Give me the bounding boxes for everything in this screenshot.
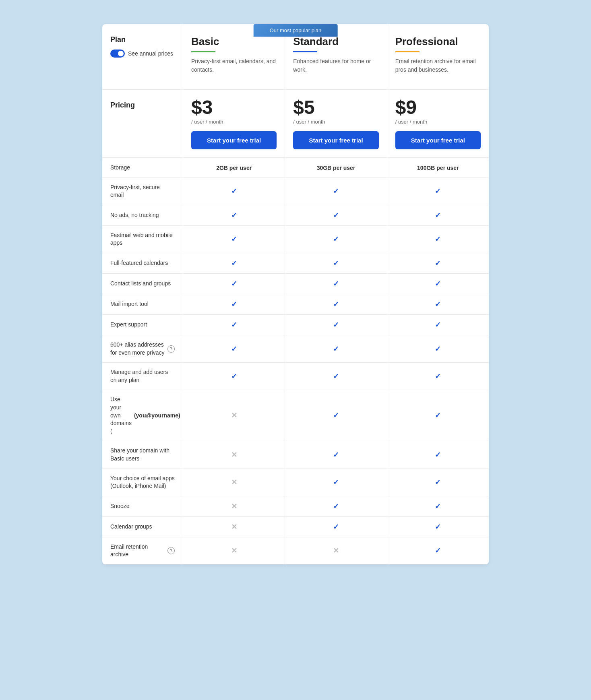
check-icon: ✓ — [435, 522, 441, 531]
feature-value-professional: ✓ — [387, 253, 489, 273]
plan-underline-basic — [191, 51, 215, 52]
price-amount-standard: $5 — [293, 98, 325, 117]
help-icon[interactable]: ? — [167, 547, 175, 554]
feature-name: Contact lists and groups — [102, 273, 183, 294]
check-icon: ✓ — [231, 320, 237, 329]
feature-value-standard: ✓ — [285, 273, 386, 294]
check-icon: ✓ — [333, 522, 339, 531]
storage-text: 2GB per user — [216, 165, 252, 171]
pricing-col-basic: $3 / user / month Start your free trial — [183, 90, 285, 157]
price-period-professional: / user / month — [395, 119, 427, 125]
check-icon: ✓ — [435, 187, 441, 196]
plan-name-standard: Standard — [293, 35, 378, 48]
feature-value-standard: ✓ — [285, 469, 386, 496]
feature-value-professional: ✓ — [387, 335, 489, 362]
plan-desc-basic: Privacy-first email, calendars, and cont… — [191, 57, 277, 81]
price-block-professional: $9 / user / month — [395, 98, 427, 125]
trial-button-standard[interactable]: Start your free trial — [293, 131, 378, 149]
feature-name: Use your own domains ((you@yourname) — [102, 390, 183, 441]
price-period-standard: / user / month — [293, 119, 325, 125]
feature-value-basic: ✓ — [183, 335, 285, 362]
check-icon: ✓ — [231, 279, 237, 288]
plan-underline-standard — [293, 51, 317, 52]
check-icon: ✓ — [333, 187, 339, 196]
plan-underline-professional — [395, 51, 419, 52]
feature-value-professional: 100GB per user — [387, 158, 489, 178]
check-icon: ✓ — [333, 259, 339, 268]
feature-name: Storage — [102, 158, 183, 178]
check-icon: ✓ — [333, 478, 339, 487]
feature-value-standard: ✓ — [285, 516, 386, 537]
feature-name: Privacy-first, secure email — [102, 178, 183, 205]
feature-value-standard: ✓ — [285, 441, 386, 468]
cross-icon: ✕ — [333, 546, 339, 555]
check-icon: ✓ — [333, 450, 339, 459]
annual-toggle[interactable] — [110, 50, 125, 58]
plan-label: Plan — [110, 35, 175, 44]
feature-name: Your choice of email apps (Outlook, iPho… — [102, 469, 183, 496]
feature-value-basic: ✕ — [183, 537, 285, 564]
feature-value-basic: ✓ — [183, 294, 285, 314]
feature-value-basic: ✓ — [183, 253, 285, 273]
pricing-section: Pricing $3 / user / month Start your fre… — [102, 90, 489, 158]
feature-name: Fastmail web and mobile apps — [102, 225, 183, 253]
feature-name: Expert support — [102, 314, 183, 335]
feature-value-standard: ✓ — [285, 253, 386, 273]
check-icon: ✓ — [333, 502, 339, 511]
check-icon: ✓ — [435, 279, 441, 288]
feature-value-basic: ✓ — [183, 178, 285, 205]
feature-value-basic: ✓ — [183, 314, 285, 335]
cross-icon: ✕ — [231, 522, 237, 531]
check-icon: ✓ — [333, 320, 339, 329]
cross-icon: ✕ — [231, 450, 237, 459]
cross-icon: ✕ — [231, 502, 237, 511]
features-section: Storage 2GB per user 30GB per user 100GB… — [102, 158, 489, 564]
feature-name: Full-featured calendars — [102, 253, 183, 273]
feature-value-professional: ✓ — [387, 496, 489, 516]
feature-value-standard: ✕ — [285, 537, 386, 564]
feature-value-standard: ✓ — [285, 496, 386, 516]
check-icon: ✓ — [435, 478, 441, 487]
feature-value-basic: ✓ — [183, 273, 285, 294]
feature-value-professional: ✓ — [387, 178, 489, 205]
feature-value-basic: ✕ — [183, 441, 285, 468]
feature-value-basic: 2GB per user — [183, 158, 285, 178]
plan-name-professional: Professional — [395, 35, 481, 48]
feature-value-standard: ✓ — [285, 314, 386, 335]
pricing-label: Pricing — [102, 90, 183, 157]
check-icon: ✓ — [333, 300, 339, 309]
plan-desc-professional: Email retention archive for email pros a… — [395, 57, 481, 81]
feature-value-professional: ✓ — [387, 205, 489, 225]
check-icon: ✓ — [333, 372, 339, 381]
feature-name: Email retention archive ? — [102, 537, 183, 564]
check-icon: ✓ — [231, 259, 237, 268]
pricing-col-professional: $9 / user / month Start your free trial — [387, 90, 489, 157]
feature-value-standard: ✓ — [285, 390, 386, 441]
check-icon: ✓ — [231, 345, 237, 353]
feature-value-professional: ✓ — [387, 225, 489, 253]
check-icon: ✓ — [435, 211, 441, 220]
plan-col-professional: Professional Email retention archive for… — [387, 24, 489, 89]
cross-icon: ✕ — [231, 478, 237, 487]
check-icon: ✓ — [333, 345, 339, 353]
feature-name: No ads, no tracking — [102, 205, 183, 225]
feature-value-standard: ✓ — [285, 225, 386, 253]
check-icon: ✓ — [435, 502, 441, 511]
check-icon: ✓ — [333, 411, 339, 420]
price-amount-basic: $3 — [191, 98, 223, 117]
feature-value-professional: ✓ — [387, 390, 489, 441]
storage-text: 100GB per user — [417, 165, 459, 171]
pricing-page: Our most popular plan Plan See annual pr… — [102, 24, 489, 564]
feature-value-professional: ✓ — [387, 273, 489, 294]
help-icon[interactable]: ? — [167, 345, 175, 353]
feature-name: Mail import tool — [102, 294, 183, 314]
price-block-basic: $3 / user / month — [191, 98, 223, 125]
trial-button-basic[interactable]: Start your free trial — [191, 131, 277, 149]
feature-value-basic: ✓ — [183, 225, 285, 253]
feature-value-standard: ✓ — [285, 294, 386, 314]
price-amount-professional: $9 — [395, 98, 427, 117]
check-icon: ✓ — [435, 259, 441, 268]
trial-button-professional[interactable]: Start your free trial — [395, 131, 481, 149]
toggle-row: See annual prices — [110, 50, 175, 58]
check-icon: ✓ — [435, 320, 441, 329]
